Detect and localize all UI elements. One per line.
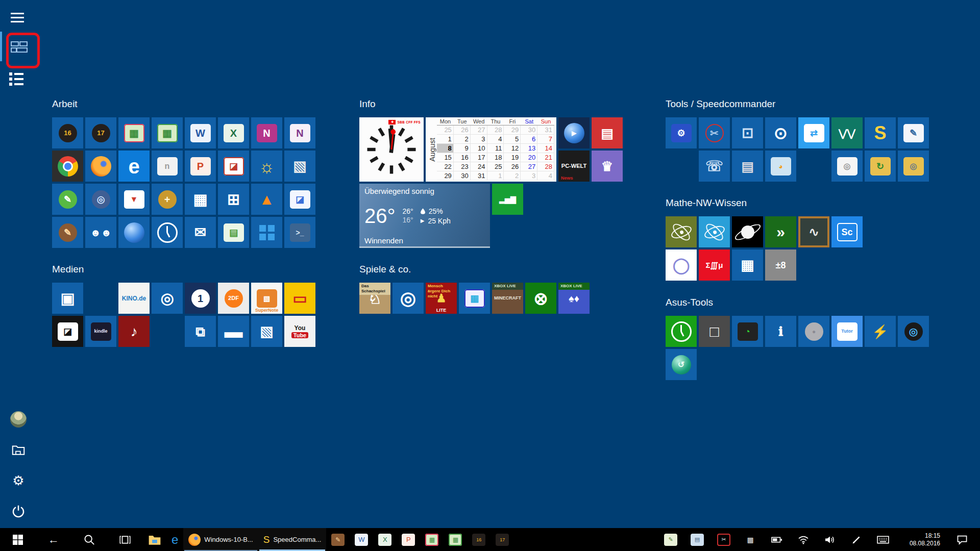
open-book-tile[interactable]: ⋁⋁ (831, 117, 863, 148)
onenote-tile[interactable]: N (251, 117, 282, 148)
document-search-tile[interactable]: ◎ (831, 151, 863, 182)
asus-tutor-tile[interactable]: Tutor (831, 316, 863, 347)
notepad-n-tile[interactable]: n (152, 151, 183, 182)
snipping-scissors-tile[interactable]: ✂ (699, 117, 730, 148)
file-explorer-taskbar-button[interactable] (143, 528, 166, 551)
pcwelt-news-tile[interactable]: PC-WELTNews (558, 151, 590, 182)
math-formulas-tile[interactable]: Σ∭μ (699, 249, 730, 281)
powerpoint-taskbar-button[interactable]: P (397, 528, 420, 551)
power-button[interactable] (8, 500, 29, 522)
untis-2016-tile[interactable]: 16 (52, 117, 83, 148)
file-explorer-rail-button[interactable] (8, 439, 29, 461)
usb-charger-tile[interactable]: ⚡ (865, 316, 896, 347)
swallow-bird-tile[interactable]: » (765, 216, 796, 247)
paint-tile[interactable]: ✎ (52, 217, 83, 248)
pdf-reader-tile[interactable]: ▼ (118, 184, 150, 215)
screenshot-camera-tile[interactable]: ⊙ (765, 117, 796, 148)
back-button[interactable]: ← (36, 528, 71, 551)
volume-button[interactable] (817, 528, 843, 551)
music-speaker-tile[interactable]: ♪ (118, 316, 150, 347)
system-info-card-tile[interactable]: ◕ (765, 151, 796, 182)
tv-monitor-tile[interactable]: ▬ (218, 316, 249, 347)
photo-viewer-tile[interactable]: ◪ (52, 316, 83, 347)
speedcommander-tile[interactable]: S (865, 117, 896, 148)
chalkboard-mouse-tile[interactable]: ∿ (798, 216, 829, 247)
sbb-clock-tile[interactable]: ✚ SBB CFF FFS (359, 117, 424, 182)
schachspiel-tile[interactable]: Das Schachspiel♘ (359, 283, 390, 314)
pen-button[interactable] (843, 528, 870, 551)
windows-store-tile[interactable]: ⊞ (218, 184, 249, 215)
battery-button[interactable] (764, 528, 790, 551)
powerpoint-tile[interactable]: P (185, 151, 216, 182)
phone-web-tile[interactable]: ☏ (699, 151, 730, 182)
connect-devices-tile[interactable]: ⧉ (185, 316, 216, 347)
snipping-tool-tray-button[interactable]: ✂ (710, 528, 737, 551)
kindle-tile[interactable]: kindle (85, 316, 116, 347)
untis-planung-tile[interactable]: ▦ (118, 117, 150, 148)
menu-button[interactable] (7, 10, 28, 24)
photo-gallery-tile[interactable]: ◪ (284, 184, 315, 215)
word-tile[interactable]: W (185, 117, 216, 148)
vlc-tile[interactable]: ▲ (251, 184, 282, 215)
clock-tray-button[interactable]: 18:15 08.08.2016 (896, 528, 944, 551)
chrome-tile[interactable] (52, 151, 83, 182)
physics-atom-tile[interactable] (699, 216, 730, 247)
edge-tile[interactable]: e (118, 151, 150, 182)
calendar-tile[interactable]: August MonTueWedThuFriSatSun 25262728293… (426, 117, 556, 182)
touch-keyboard-button[interactable] (870, 528, 896, 551)
movie-maker-tile[interactable]: ▧ (284, 151, 315, 182)
audio-knob-tile[interactable]: ● (798, 316, 829, 347)
remote-monitor-tile[interactable]: ▤ (732, 151, 763, 182)
chemistry-atom-tile[interactable] (666, 216, 697, 247)
notebook-info-tile[interactable]: ℹ (765, 316, 796, 347)
google-earth-tile[interactable] (118, 217, 150, 248)
lightbulb-idea-tile[interactable]: ☼ (251, 151, 282, 182)
geogebra-tile[interactable]: ◯ (666, 249, 697, 281)
das-erste-tile[interactable]: 1 (185, 283, 216, 314)
zdf-tile[interactable]: 2DF (218, 283, 249, 314)
firefox-tile[interactable] (85, 151, 116, 182)
excel-taskbar-button[interactable]: X (373, 528, 397, 551)
pinned-tiles-button[interactable] (9, 39, 30, 57)
finance-tile[interactable]: ▂▅▇ (492, 184, 523, 215)
virtual-camera-tile[interactable]: ◎ (898, 316, 929, 347)
folder-search-tile[interactable]: ◎ (898, 151, 929, 182)
task-view-button[interactable] (107, 528, 143, 551)
coreldraw-tile[interactable]: ✎ (52, 184, 83, 215)
settings-rail-button[interactable]: ⚙ (8, 470, 29, 491)
clock-app-tile[interactable] (666, 316, 697, 347)
gold-coin-tile[interactable]: + (152, 184, 183, 215)
green-doc-editor-tile[interactable]: ▤ (218, 217, 249, 248)
weather-tile[interactable]: Überwiegend sonnig 26° 26° 16° 25% ▶ 25 … (359, 184, 490, 248)
onenote-notebook-tile[interactable]: N (284, 117, 315, 148)
splendid-tile[interactable]: □ (699, 316, 730, 347)
minecraft-tile[interactable]: XBOX LIVEMINECRAFT (492, 283, 523, 314)
cube-puzzle-tile[interactable]: ▦ (459, 283, 490, 314)
screen-magnifier-tile[interactable]: ⊡ (732, 117, 763, 148)
user-avatar-button[interactable] (8, 409, 29, 430)
untis-tile[interactable]: ▦ (152, 117, 183, 148)
excel-tile[interactable]: X (218, 117, 249, 148)
supernote-tile[interactable]: ▧SuperNote (251, 283, 282, 314)
notepad-tray-button[interactable]: ▤ (684, 528, 710, 551)
saturn-planet-tile[interactable] (732, 216, 763, 247)
word-taskbar-button[interactable]: W (350, 528, 373, 551)
red-news-tile[interactable]: ▤ (592, 117, 623, 148)
alarms-clock-tile[interactable] (152, 217, 183, 248)
film-clapper-tile[interactable]: ▧ (251, 316, 282, 347)
action-center-button[interactable] (944, 528, 980, 551)
tagesschau-tile[interactable]: ▶ (558, 117, 590, 148)
search-button[interactable] (71, 528, 107, 551)
photo-camera-tile[interactable]: ◎ (85, 184, 116, 215)
mail-tile[interactable]: ✉ (185, 217, 216, 248)
calc-plus-minus-tile[interactable]: ±8 (765, 249, 796, 281)
untis-2016-taskbar-button[interactable]: 16 (467, 528, 491, 551)
trophy-tile[interactable]: ♛ (592, 151, 623, 182)
untis-2017-taskbar-button[interactable]: 17 (491, 528, 514, 551)
xbox-tile[interactable]: ⊗ (525, 283, 556, 314)
people-tile[interactable]: ☻☻ (85, 217, 116, 248)
sc-app-tile[interactable]: Sc (831, 216, 863, 247)
solitaire-tile[interactable]: XBOX LIVE♠♦ (558, 283, 590, 314)
calculator-tile[interactable]: ▦ (732, 249, 763, 281)
text-editor-tile[interactable]: ✎ (898, 117, 929, 148)
